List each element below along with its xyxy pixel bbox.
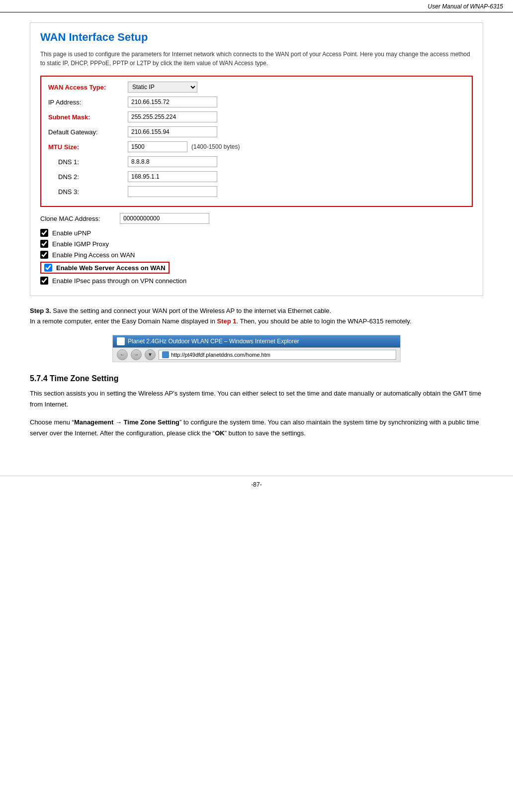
subnet-mask-row: Subnet Mask: — [48, 111, 465, 122]
subnet-mask-label: Subnet Mask: — [48, 113, 128, 121]
page-content: WAN Interface Setup This page is used to… — [0, 12, 513, 456]
browser-screenshot: Planet 2.4GHz Outdoor WLAN CPE – Windows… — [112, 335, 401, 362]
section574-heading: 5.7.4 Time Zone Setting — [30, 374, 483, 383]
browser-title-text: Planet 2.4GHz Outdoor WLAN CPE – Windows… — [128, 338, 299, 345]
checkbox-upnp-label: Enable uPNP — [52, 229, 91, 237]
dns3-label: DNS 3: — [48, 188, 128, 196]
mtu-size-input[interactable] — [128, 141, 187, 152]
dns2-input[interactable] — [128, 171, 217, 182]
checkbox-upnp-row: Enable uPNP — [40, 229, 473, 237]
browser-forward-btn[interactable]: → — [131, 349, 142, 360]
dns1-input[interactable] — [128, 156, 217, 167]
mtu-size-hint: (1400-1500 bytes) — [191, 143, 240, 150]
ip-address-row: IP Address: — [48, 97, 465, 107]
section574: 5.7.4 Time Zone Setting This section ass… — [30, 374, 483, 439]
dns1-row: DNS 1: — [48, 156, 465, 167]
browser-url-text: http://pt49dfdf.planetddns.com/home.htm — [171, 352, 270, 358]
checkbox-webserver[interactable] — [44, 264, 52, 272]
checkbox-ipsec[interactable] — [40, 277, 48, 285]
ip-address-label: IP Address: — [48, 99, 128, 106]
browser-back-btn[interactable]: ← — [117, 349, 128, 360]
dns2-label: DNS 2: — [48, 173, 128, 181]
checkbox-ping-label: Enable Ping Access on WAN — [52, 251, 135, 259]
wan-config-section: WAN Access Type: Static IP DHCP PPPoE PP… — [40, 76, 473, 207]
page-number: -87- — [251, 481, 261, 488]
wan-panel-title: WAN Interface Setup — [40, 31, 473, 44]
checkbox-igmp[interactable] — [40, 240, 48, 248]
step3-text3: . Then, you should be able to login the … — [236, 317, 411, 325]
checkbox-ipsec-label: Enable IPsec pass through on VPN connect… — [52, 277, 186, 285]
default-gateway-row: Default Gateway: — [48, 126, 465, 137]
wan-access-type-select-container: Static IP DHCP PPPoE PPTP L2TP — [128, 82, 197, 93]
step3-text2: In a remote computer, enter the Easy Dom… — [30, 317, 217, 325]
clone-mac-label: Clone MAC Address: — [40, 215, 120, 222]
step3-para2: In a remote computer, enter the Easy Dom… — [30, 316, 483, 327]
default-gateway-label: Default Gateway: — [48, 128, 128, 136]
dns3-input[interactable] — [128, 186, 217, 197]
wan-access-type-row: WAN Access Type: Static IP DHCP PPPoE PP… — [48, 82, 465, 93]
dns3-row: DNS 3: — [48, 186, 465, 197]
section574-para2-close: ” button to save the settings. — [225, 429, 306, 437]
browser-titlebar: Planet 2.4GHz Outdoor WLAN CPE – Windows… — [113, 335, 400, 347]
checkbox-igmp-row: Enable IGMP Proxy — [40, 240, 473, 248]
wan-access-type-label: WAN Access Type: — [48, 84, 128, 91]
header-title: User Manual of WNAP-6315 — [428, 3, 503, 10]
checkbox-ipsec-row: Enable IPsec pass through on VPN connect… — [40, 277, 473, 285]
section574-para2-bold: Management → Time Zone Setting — [74, 418, 179, 426]
wan-panel-description: This page is used to configure the param… — [40, 50, 473, 68]
checkbox-igmp-label: Enable IGMP Proxy — [52, 240, 109, 248]
subnet-mask-input[interactable] — [128, 111, 217, 122]
checkbox-ping[interactable] — [40, 251, 48, 259]
ip-address-input[interactable] — [128, 97, 217, 107]
step3-label: Step 3. — [30, 307, 51, 314]
step3-section: Step 3. Save the setting and connect you… — [30, 306, 483, 327]
checkbox-webserver-label: Enable Web Server Access on WAN — [56, 264, 166, 272]
browser-addressbar: ← → ▼ http://pt49dfdf.planetddns.com/hom… — [113, 347, 400, 362]
browser-icon — [117, 337, 125, 345]
page-footer: -87- — [0, 476, 513, 493]
dns2-row: DNS 2: — [48, 171, 465, 182]
default-gateway-input[interactable] — [128, 126, 217, 137]
browser-dropdown-btn[interactable]: ▼ — [145, 349, 156, 360]
wan-panel: WAN Interface Setup This page is used to… — [30, 22, 483, 296]
clone-mac-row: Clone MAC Address: — [40, 213, 473, 224]
clone-mac-input[interactable] — [120, 213, 209, 224]
browser-url-icon — [162, 351, 169, 358]
browser-url-field[interactable]: http://pt49dfdf.planetddns.com/home.htm — [159, 350, 396, 360]
mtu-size-row: MTU Size: (1400-1500 bytes) — [48, 141, 465, 152]
mtu-size-label: MTU Size: — [48, 143, 128, 151]
step3-step1-link: Step 1 — [217, 317, 236, 325]
section574-para1: This section assists you in setting the … — [30, 388, 483, 410]
checkbox-upnp[interactable] — [40, 229, 48, 237]
step3-text1: Save the setting and connect your WAN po… — [53, 307, 331, 314]
checkbox-webserver-row: Enable Web Server Access on WAN — [40, 262, 170, 274]
wan-access-type-select[interactable]: Static IP DHCP PPPoE PPTP L2TP — [128, 82, 197, 93]
section574-para2: Choose menu “Management → Time Zone Sett… — [30, 417, 483, 439]
page-header: User Manual of WNAP-6315 — [0, 0, 513, 12]
checkbox-ping-row: Enable Ping Access on WAN — [40, 251, 473, 259]
step3-para1: Step 3. Save the setting and connect you… — [30, 306, 483, 316]
section574-para2-start: Choose menu “ — [30, 418, 74, 426]
dns1-label: DNS 1: — [48, 158, 128, 166]
section574-para2-ok: OK — [215, 429, 225, 437]
